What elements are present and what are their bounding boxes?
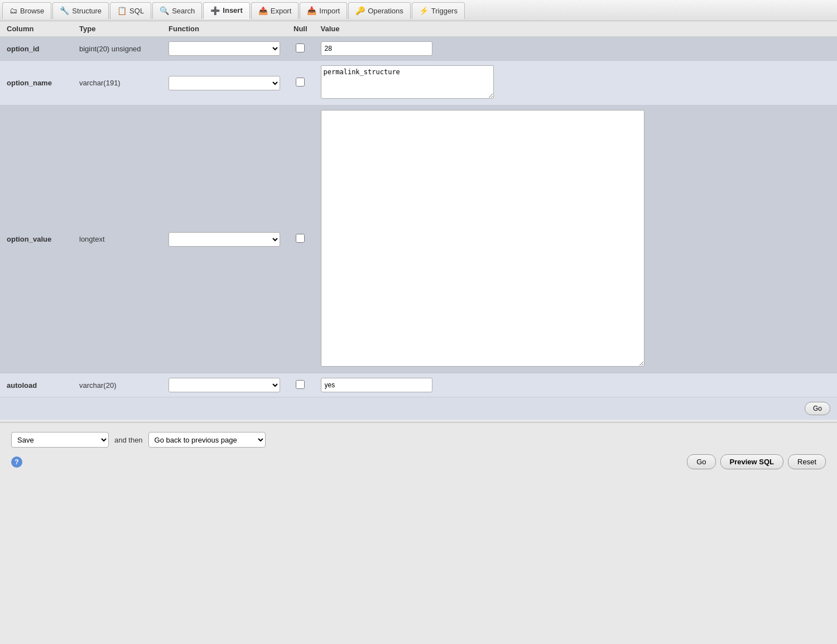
null-autoload bbox=[287, 373, 314, 397]
tab-sql[interactable]: 📋 SQL bbox=[110, 2, 151, 19]
table-row: autoload varchar(20) bbox=[0, 373, 837, 397]
browse-icon: 🗂 bbox=[9, 6, 17, 15]
tab-operations[interactable]: 🔑 Operations bbox=[348, 2, 411, 19]
tab-operations-label: Operations bbox=[368, 7, 403, 15]
null-checkbox-option-value[interactable] bbox=[296, 234, 305, 243]
null-checkbox-autoload[interactable] bbox=[296, 380, 305, 389]
value-input-option-id[interactable] bbox=[321, 41, 432, 56]
tab-browse-label: Browse bbox=[20, 7, 44, 15]
null-option-value bbox=[287, 105, 314, 373]
value-autoload bbox=[314, 373, 837, 397]
col-option-value: option_value bbox=[0, 105, 73, 373]
value-option-value bbox=[314, 105, 837, 373]
tab-sql-label: SQL bbox=[129, 7, 144, 15]
bottom-row-save: Save Insert another row Insert as new ro… bbox=[11, 432, 826, 448]
bottom-row-actions: ? Go Preview SQL Reset bbox=[11, 454, 826, 469]
type-autoload: varchar(20) bbox=[73, 373, 162, 397]
go-button-bottom[interactable]: Go bbox=[687, 454, 715, 469]
null-option-id bbox=[287, 37, 314, 61]
preview-sql-button[interactable]: Preview SQL bbox=[720, 454, 783, 469]
structure-icon: 🔧 bbox=[60, 6, 69, 15]
table-footer: Go bbox=[0, 397, 837, 420]
sql-icon: 📋 bbox=[117, 6, 127, 15]
tab-triggers[interactable]: ⚡ Triggers bbox=[412, 2, 465, 19]
value-input-autoload[interactable] bbox=[321, 378, 432, 392]
function-option-id bbox=[162, 37, 287, 61]
type-option-name: varchar(191) bbox=[73, 61, 162, 105]
help-icon[interactable]: ? bbox=[11, 456, 22, 468]
value-option-id bbox=[314, 37, 837, 61]
col-autoload: autoload bbox=[0, 373, 73, 397]
col-option-name: option_name bbox=[0, 61, 73, 105]
value-option-name: permalink_structure bbox=[314, 61, 837, 105]
table-row: option_value longtext bbox=[0, 105, 837, 373]
function-option-value bbox=[162, 105, 287, 373]
table-row: option_name varchar(191) permalink_struc… bbox=[0, 61, 837, 105]
tab-structure-label: Structure bbox=[72, 7, 102, 15]
tab-import-label: Import bbox=[319, 7, 340, 15]
value-textarea-option-value[interactable] bbox=[321, 110, 644, 367]
insert-table: Column Type Function Null Value option_i… bbox=[0, 21, 837, 397]
table-row: option_id bigint(20) unsigned bbox=[0, 37, 837, 61]
import-icon: 📥 bbox=[307, 6, 316, 15]
header-type: Type bbox=[73, 21, 162, 37]
tab-bar: 🗂 Browse 🔧 Structure 📋 SQL 🔍 Search ➕ In… bbox=[0, 0, 837, 21]
triggers-icon: ⚡ bbox=[419, 6, 429, 15]
bottom-bar: Save Insert another row Insert as new ro… bbox=[0, 422, 837, 478]
function-select-option-value[interactable] bbox=[169, 232, 280, 247]
search-icon: 🔍 bbox=[160, 6, 169, 15]
save-select[interactable]: Save Insert another row Insert as new ro… bbox=[11, 432, 109, 448]
function-autoload bbox=[162, 373, 287, 397]
function-select-option-name[interactable] bbox=[169, 76, 280, 90]
value-textarea-option-name[interactable]: permalink_structure bbox=[321, 65, 494, 99]
after-select[interactable]: Go back to previous page Insert another … bbox=[148, 432, 266, 448]
col-option-id: option_id bbox=[0, 37, 73, 61]
null-checkbox-option-id[interactable] bbox=[296, 44, 305, 52]
tab-structure[interactable]: 🔧 Structure bbox=[52, 2, 109, 19]
and-then-label: and then bbox=[114, 436, 143, 444]
tab-search-label: Search bbox=[172, 7, 195, 15]
main-content: Column Type Function Null Value option_i… bbox=[0, 21, 837, 420]
type-option-value: longtext bbox=[73, 105, 162, 373]
function-option-name bbox=[162, 61, 287, 105]
tab-search[interactable]: 🔍 Search bbox=[152, 2, 202, 19]
insert-icon: ➕ bbox=[210, 6, 220, 15]
tab-export[interactable]: 📤 Export bbox=[251, 2, 299, 19]
tab-triggers-label: Triggers bbox=[431, 7, 458, 15]
type-option-id: bigint(20) unsigned bbox=[73, 37, 162, 61]
null-checkbox-option-name[interactable] bbox=[296, 78, 305, 86]
header-value: Value bbox=[314, 21, 837, 37]
tab-insert[interactable]: ➕ Insert bbox=[203, 2, 249, 19]
operations-icon: 🔑 bbox=[355, 6, 365, 15]
tab-import[interactable]: 📥 Import bbox=[300, 2, 347, 19]
function-select-option-id[interactable] bbox=[169, 41, 280, 56]
export-icon: 📤 bbox=[258, 6, 268, 15]
function-select-autoload[interactable] bbox=[169, 378, 280, 392]
tab-insert-label: Insert bbox=[223, 6, 242, 15]
header-column: Column bbox=[0, 21, 73, 37]
null-option-name bbox=[287, 61, 314, 105]
go-button-table[interactable]: Go bbox=[805, 402, 830, 415]
header-function: Function bbox=[162, 21, 287, 37]
tab-browse[interactable]: 🗂 Browse bbox=[2, 2, 51, 19]
header-null: Null bbox=[287, 21, 314, 37]
reset-button[interactable]: Reset bbox=[788, 454, 826, 469]
tab-export-label: Export bbox=[271, 7, 292, 15]
